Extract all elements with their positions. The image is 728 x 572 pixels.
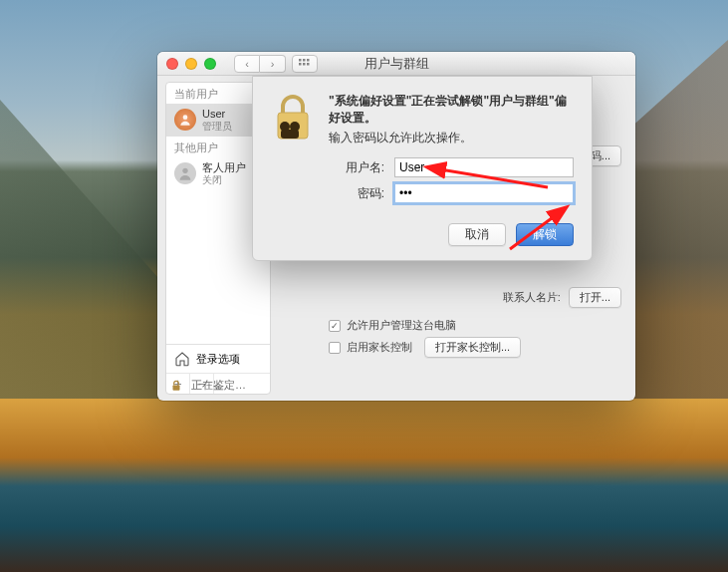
- window-title: 用户与群组: [157, 55, 635, 73]
- allow-admin-checkbox[interactable]: [329, 320, 341, 332]
- person-icon: [177, 165, 193, 181]
- guest-avatar-icon: [174, 162, 196, 184]
- person-icon: [178, 113, 192, 127]
- allow-admin-label: 允许用户管理这台电脑: [347, 318, 456, 333]
- username-field[interactable]: [394, 157, 574, 177]
- svg-rect-1: [303, 59, 306, 62]
- login-options-item[interactable]: 登录选项: [166, 345, 270, 373]
- svg-rect-0: [299, 59, 302, 62]
- open-parental-controls-button[interactable]: 打开家长控制...: [424, 337, 521, 358]
- sidebar-item-role: 管理员: [202, 121, 232, 132]
- lock-status-row[interactable]: 正在鉴定…: [169, 378, 246, 393]
- password-field[interactable]: [394, 183, 574, 203]
- parental-controls-label: 启用家长控制: [347, 340, 412, 355]
- open-contact-card-button[interactable]: 打开...: [569, 287, 621, 308]
- zoom-window-button[interactable]: [204, 58, 216, 70]
- back-button[interactable]: ‹: [234, 55, 260, 73]
- minimize-window-button[interactable]: [185, 58, 197, 70]
- auth-headline: "系统偏好设置"正在尝试解锁"用户与群组"偏好设置。: [329, 93, 574, 127]
- lock-icon: [271, 93, 315, 144]
- unlock-button[interactable]: 解锁: [516, 223, 574, 246]
- wallpaper-mountain: [0, 100, 159, 399]
- sidebar-item-label: User: [202, 108, 232, 121]
- user-avatar-icon: [174, 109, 196, 131]
- sidebar-item-role: 关闭: [202, 174, 246, 185]
- svg-rect-2: [307, 59, 310, 62]
- auth-sheet: "系统偏好设置"正在尝试解锁"用户与群组"偏好设置。 输入密码以允许此次操作。 …: [252, 76, 593, 261]
- username-label: 用户名:: [329, 159, 394, 176]
- svg-rect-3: [299, 63, 302, 66]
- cancel-button[interactable]: 取消: [448, 223, 506, 246]
- svg-rect-5: [307, 63, 310, 66]
- toolbar-nav: ‹ ›: [234, 55, 318, 73]
- password-label: 密码:: [329, 185, 394, 202]
- window-titlebar: ‹ › 用户与群组: [157, 52, 635, 76]
- traffic-lights: [166, 58, 216, 70]
- grid-icon: [299, 59, 311, 69]
- close-window-button[interactable]: [166, 58, 178, 70]
- lock-icon: [169, 379, 183, 393]
- auth-subtext: 输入密码以允许此次操作。: [329, 131, 574, 145]
- svg-rect-4: [303, 63, 306, 66]
- sidebar-item-label: 客人用户: [202, 161, 246, 174]
- svg-point-7: [182, 168, 187, 173]
- lock-status-text: 正在鉴定…: [191, 378, 246, 393]
- forward-button[interactable]: ›: [260, 55, 286, 73]
- auth-lock-graphic: [271, 93, 315, 209]
- show-all-button[interactable]: [292, 55, 318, 73]
- house-icon: [174, 351, 190, 367]
- login-options-label: 登录选项: [196, 352, 240, 367]
- parental-controls-checkbox[interactable]: [329, 342, 341, 354]
- svg-rect-12: [281, 130, 299, 139]
- desktop-wallpaper: ‹ › 用户与群组 当前用户 User 管理员: [0, 0, 728, 572]
- contact-card-label: 联系人名片:: [503, 290, 561, 305]
- svg-point-6: [183, 116, 188, 121]
- svg-rect-8: [173, 385, 180, 390]
